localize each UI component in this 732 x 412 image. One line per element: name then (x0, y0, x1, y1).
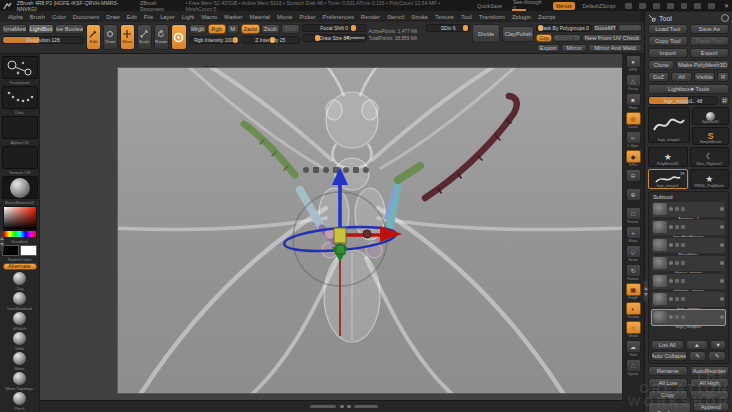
menu-item[interactable]: Marker (224, 14, 242, 20)
quicksave-button[interactable]: QuickSave (474, 2, 505, 10)
sdiv-slider[interactable]: SDiv 6 (426, 24, 470, 32)
menu-item[interactable]: Color (52, 14, 66, 20)
clone-button[interactable]: Clone (648, 60, 674, 70)
quick-brush[interactable]: Clay (13, 272, 26, 292)
paint-icon[interactable] (675, 297, 679, 301)
h-scrollbar[interactable] (310, 405, 336, 408)
dynamesh-button[interactable]: DynaMesh (2, 24, 27, 34)
right-shelf-toggle[interactable]: ● BPR (623, 55, 643, 73)
menu-item[interactable]: Render (361, 14, 380, 20)
menu-item[interactable]: Light (182, 14, 195, 20)
right-shelf-toggle[interactable]: △ Persp (623, 74, 643, 92)
subtool-row[interactable]: thorax_retopo (651, 255, 726, 272)
right-shelf-toggle[interactable]: ∞ L.Sym (623, 131, 643, 149)
panel-menu-icon[interactable] (721, 14, 729, 22)
subtool-thumbnail[interactable] (653, 221, 667, 233)
alpha-thumbnail[interactable] (2, 116, 38, 139)
right-shelf-toggle[interactable]: ⊖ (623, 169, 643, 187)
recent-tool-thumbnail[interactable]: ★ PM3D_PolyMesh (690, 169, 730, 189)
focal-shift-slider[interactable]: Focal Shift 0 (302, 24, 367, 32)
quick-brush[interactable]: Move Topologic (6, 372, 34, 392)
zcut-button[interactable]: Zcut (281, 24, 300, 34)
user-icon[interactable] (694, 3, 701, 9)
mask-by-polygroups-slider[interactable]: Mask By Polygroups 0 (536, 24, 592, 32)
right-shelf-toggle[interactable]: ◇ Scale (623, 245, 643, 263)
menu-item[interactable]: Document (73, 14, 99, 20)
make-polymesh3d-button[interactable]: Make PolyMesh3D (676, 60, 729, 70)
subtool-header[interactable]: Subtool (651, 194, 726, 200)
texture-thumbnail[interactable] (2, 146, 38, 169)
list-all-button[interactable]: List All (651, 340, 684, 350)
menu-item[interactable]: Picker (299, 14, 315, 20)
right-shelf-toggle[interactable]: ↻ Rotate (623, 264, 643, 282)
resolution-slider[interactable]: Resolution 128 (2, 36, 84, 44)
secondary-color-swatch[interactable] (20, 245, 37, 256)
right-shelf-toggle[interactable]: □ Frame (623, 207, 643, 225)
eye-icon[interactable] (669, 315, 673, 319)
live-boolean-button[interactable]: Live Boolean (55, 24, 84, 34)
recent-tool-thumbnail[interactable]: Sphere3D (692, 107, 729, 125)
subtool-thumbnail[interactable] (653, 293, 667, 305)
pen-icon[interactable] (720, 225, 724, 229)
zsub-button[interactable]: Zsub (261, 24, 280, 34)
export-tool-button[interactable]: Export (690, 48, 730, 58)
slider-r-button[interactable]: R (720, 96, 729, 105)
scroll-handle-icon[interactable] (340, 405, 344, 408)
menu-item[interactable]: Alpha (8, 14, 23, 20)
menu-item[interactable]: Material (249, 14, 270, 20)
goz-all-button[interactable]: All (671, 72, 692, 82)
menu-item[interactable]: Zplugin (512, 14, 531, 20)
right-shelf-toggle[interactable]: + Move (623, 226, 643, 244)
menu-item[interactable]: Tool (461, 14, 472, 20)
menu-item[interactable]: Layer (160, 14, 175, 20)
eye-icon[interactable] (669, 207, 673, 211)
left-tray-divider[interactable] (0, 230, 4, 252)
color-picker[interactable] (3, 206, 37, 230)
right-shelf-toggle[interactable]: ◐ Transp (623, 302, 643, 320)
right-shelf-toggle[interactable]: ■ Floor (623, 93, 643, 111)
paint-icon[interactable] (675, 261, 679, 265)
menu-item[interactable]: File (144, 14, 153, 20)
pen-icon[interactable] (720, 315, 724, 319)
subtool-row[interactable]: Mandibles (651, 237, 726, 254)
shader-icon[interactable] (681, 279, 685, 283)
rgb-button[interactable]: Rgb (208, 24, 226, 34)
goz-r-button[interactable]: R (717, 72, 729, 82)
paint-icon[interactable] (675, 243, 679, 247)
rgb-intensity-slider[interactable]: Rgb Intensity 100 (189, 36, 239, 44)
subtool-thumbnail[interactable] (653, 257, 667, 269)
subtool-row[interactable]: legs_retopo1 (651, 309, 726, 326)
menu-item[interactable]: Edit (127, 14, 137, 20)
monitor-icon[interactable] (625, 3, 632, 9)
palette-icon[interactable] (667, 3, 674, 9)
paint-icon[interactable] (675, 207, 679, 211)
pen-icon[interactable] (720, 207, 724, 211)
draw-mode-button[interactable]: Draw (103, 24, 118, 50)
auto-collapse-button[interactable]: Auto Collapse (651, 351, 687, 361)
all-high-button[interactable]: All High (690, 378, 730, 388)
menu-item[interactable]: Texture (435, 14, 454, 20)
texture-off-button[interactable]: Texture Off (553, 34, 581, 42)
edit-mode-button[interactable]: Edit (86, 24, 101, 50)
shader-icon[interactable] (681, 243, 685, 247)
move-mode-button[interactable]: Move (120, 24, 135, 50)
right-shelf-toggle[interactable]: ▦ PolyF (623, 283, 643, 301)
main-color-swatch[interactable] (2, 245, 19, 256)
subtool-row[interactable]: legs_retopo (651, 291, 726, 308)
menus-button[interactable]: Menus (553, 2, 575, 10)
alternate-button[interactable]: Alternate (3, 263, 37, 270)
storemt-button[interactable]: StoreMT (593, 24, 617, 32)
hand-icon[interactable] (653, 3, 660, 9)
recent-tool-thumbnail[interactable]: S SimpleBrush (692, 127, 729, 145)
shader-icon[interactable] (681, 261, 685, 265)
link-icon[interactable] (708, 3, 715, 9)
viewport-canvas[interactable] (118, 68, 622, 393)
right-shelf-toggle[interactable]: ⊕ (623, 188, 643, 206)
quick-brush[interactable]: hPolish (13, 312, 26, 332)
color-spectrum[interactable] (3, 230, 37, 237)
new-from-uv-button[interactable]: New From UV Check (582, 34, 642, 42)
paint-icon[interactable] (675, 225, 679, 229)
quick-brush[interactable]: Move (13, 352, 26, 372)
subtool-thumbnail[interactable] (653, 275, 667, 287)
paste-subtool-button[interactable]: Paste (690, 390, 730, 400)
